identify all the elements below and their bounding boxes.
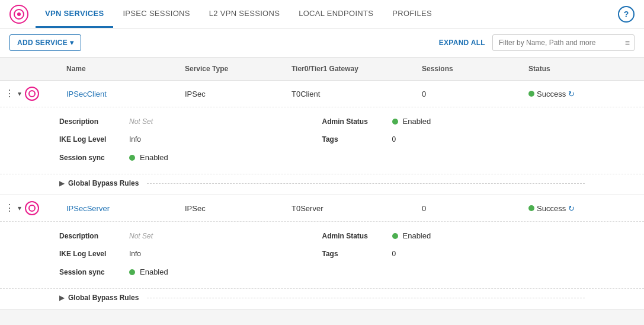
refresh-icon[interactable]: ↻ xyxy=(568,90,575,98)
col-header-status: Status xyxy=(521,62,644,75)
admin-status-dot-icon xyxy=(392,233,398,239)
ike-log-label: IKE Log Level xyxy=(59,250,124,258)
nav-tabs: VPN SERVICESIPSEC SESSIONSL2 VPN SESSION… xyxy=(36,0,618,28)
description-label: Description xyxy=(59,232,124,240)
row-gateway: T0Server xyxy=(284,204,415,213)
row-actions: ⋮ ▾ xyxy=(0,201,59,215)
tags-value: 0 xyxy=(392,250,396,258)
detail-ike-log: IKE Log Level Info xyxy=(59,247,322,260)
nav-tab-local-endpoints[interactable]: LOCAL ENDPOINTS xyxy=(289,0,383,28)
detail-session-sync: Session sync Enabled xyxy=(59,151,322,164)
admin-status-value: Enabled xyxy=(392,231,431,240)
col-header-service-type: Service Type xyxy=(178,62,284,75)
vpn-service-icon xyxy=(25,87,39,101)
global-bypass-row: ▶ Global Bypass Rules xyxy=(0,174,644,195)
detail-description: Description Not Set xyxy=(59,229,322,243)
row-menu-icon[interactable]: ⋮ xyxy=(5,203,14,213)
ike-log-label: IKE Log Level xyxy=(59,135,124,144)
row-service-type: IPSec xyxy=(178,90,284,98)
detail-admin-status: Admin Status Enabled xyxy=(322,229,585,243)
status-label: Success xyxy=(537,204,566,213)
detail-admin-status: Admin Status Enabled xyxy=(322,114,585,128)
bypass-divider xyxy=(147,183,585,184)
col-header-name: Name xyxy=(59,62,178,75)
bypass-chevron-icon[interactable]: ▶ xyxy=(59,294,65,302)
table-row: ⋮ ▾ IPSecClient IPSec T0Client 0 Success… xyxy=(0,81,644,195)
nav-tab-profiles[interactable]: PROFILES xyxy=(383,0,441,28)
session-sync-label: Session sync xyxy=(59,268,124,276)
expand-all-button[interactable]: EXPAND ALL xyxy=(439,39,485,47)
row-main: ⋮ ▾ IPSecServer IPSec T0Server 0 Success… xyxy=(0,195,644,221)
session-sync-label: Session sync xyxy=(59,154,124,162)
filter-icon[interactable]: ≡ xyxy=(625,38,630,47)
description-value: Not Set xyxy=(129,117,153,126)
admin-status-label: Admin Status xyxy=(322,117,387,126)
row-status: Success ↻ xyxy=(521,204,644,213)
bypass-label: Global Bypass Rules xyxy=(68,294,139,302)
row-sessions: 0 xyxy=(415,90,521,98)
admin-status-dot-icon xyxy=(392,119,398,125)
row-menu-icon[interactable]: ⋮ xyxy=(5,89,14,98)
description-value: Not Set xyxy=(129,232,153,240)
chevron-down-icon: ▾ xyxy=(70,39,73,47)
col-header-gateway: Tier0/Tier1 Gateway xyxy=(284,62,415,75)
col-header-sessions: Sessions xyxy=(415,62,521,75)
detail-ike-log: IKE Log Level Info xyxy=(59,133,322,146)
detail-tags: Tags 0 xyxy=(322,247,585,260)
refresh-icon[interactable]: ↻ xyxy=(568,204,575,213)
vpn-service-icon xyxy=(25,201,39,215)
table: Name Service Type Tier0/Tier1 Gateway Se… xyxy=(0,58,644,310)
bypass-chevron-icon[interactable]: ▶ xyxy=(59,179,65,187)
row-expand-button[interactable]: ▾ xyxy=(17,88,23,99)
global-bypass-row: ▶ Global Bypass Rules xyxy=(0,288,644,309)
detail-description: Description Not Set xyxy=(59,114,322,128)
session-sync-value: Enabled xyxy=(129,153,168,162)
row-gateway: T0Client xyxy=(284,90,415,98)
bypass-divider xyxy=(147,298,585,298)
ike-log-value: Info xyxy=(129,135,141,144)
table-row: ⋮ ▾ IPSecServer IPSec T0Server 0 Success… xyxy=(0,195,644,310)
nav-tab-ipsec-sessions[interactable]: IPSEC SESSIONS xyxy=(113,0,199,28)
ike-log-value: Info xyxy=(129,250,141,258)
bypass-label: Global Bypass Rules xyxy=(68,179,139,187)
row-status: Success ↻ xyxy=(521,90,644,98)
status-dot-icon xyxy=(528,205,534,211)
session-sync-dot-icon xyxy=(129,155,135,161)
row-details: Description Not Set Admin Status Enabled… xyxy=(0,221,644,288)
session-sync-dot-icon xyxy=(129,269,135,275)
tags-value: 0 xyxy=(392,135,396,144)
add-service-button[interactable]: ADD SERVICE ▾ xyxy=(9,34,81,51)
tags-label: Tags xyxy=(322,135,387,144)
nav-tab-l2-vpn-sessions[interactable]: L2 VPN SESSIONS xyxy=(200,0,289,28)
status-dot-icon xyxy=(528,91,534,97)
row-name[interactable]: IPSecClient xyxy=(59,90,178,98)
help-button[interactable]: ? xyxy=(618,6,635,23)
search-input[interactable] xyxy=(492,34,635,51)
session-sync-value: Enabled xyxy=(129,267,168,276)
col-header-actions xyxy=(0,62,59,75)
admin-status-label: Admin Status xyxy=(322,232,387,240)
admin-status-value: Enabled xyxy=(392,117,431,126)
description-label: Description xyxy=(59,117,124,126)
toolbar: ADD SERVICE ▾ EXPAND ALL ≡ xyxy=(0,28,644,58)
nav-tab-vpn-services[interactable]: VPN SERVICES xyxy=(36,0,113,28)
row-expand-button[interactable]: ▾ xyxy=(17,203,23,214)
row-details: Description Not Set Admin Status Enabled… xyxy=(0,107,644,174)
status-label: Success xyxy=(537,90,566,98)
top-nav: VPN SERVICESIPSEC SESSIONSL2 VPN SESSION… xyxy=(0,0,644,28)
row-name[interactable]: IPSecServer xyxy=(59,204,178,213)
detail-session-sync: Session sync Enabled xyxy=(59,265,322,279)
row-sessions: 0 xyxy=(415,204,521,213)
tags-label: Tags xyxy=(322,250,387,258)
search-container: ≡ xyxy=(492,34,635,51)
app-logo xyxy=(9,5,28,24)
detail-tags: Tags 0 xyxy=(322,133,585,146)
row-service-type: IPSec xyxy=(178,204,284,213)
table-header: Name Service Type Tier0/Tier1 Gateway Se… xyxy=(0,58,644,81)
row-actions: ⋮ ▾ xyxy=(0,87,59,101)
row-main: ⋮ ▾ IPSecClient IPSec T0Client 0 Success… xyxy=(0,81,644,107)
